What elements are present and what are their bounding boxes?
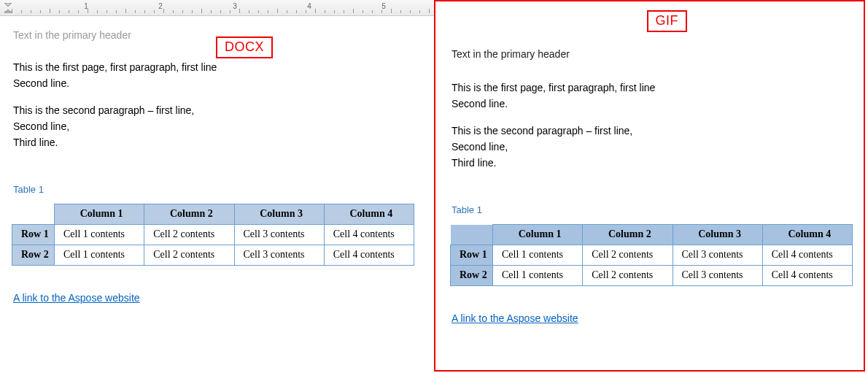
ruler-tick <box>410 10 411 13</box>
cell: Cell 1 contents <box>493 245 583 266</box>
ruler-tick <box>125 9 126 13</box>
cell: Cell 2 contents <box>583 245 673 266</box>
table-corner <box>451 225 493 245</box>
ruler-tick <box>429 9 430 13</box>
ruler-tick <box>296 10 297 13</box>
docx-tag: DOCX <box>216 36 273 58</box>
cell: Cell 2 contents <box>144 245 234 266</box>
data-table: Column 1 Column 2 Column 3 Column 4 Row … <box>450 224 853 286</box>
table-row: Row 1 Cell 1 contents Cell 2 contents Ce… <box>451 245 853 266</box>
col-header: Column 3 <box>673 225 762 245</box>
ruler-tick <box>419 10 420 13</box>
row-header: Row 2 <box>12 245 55 266</box>
col-header: Column 2 <box>583 225 673 245</box>
docx-pane: 1 2 3 4 5 DOCX Text in the primary heade… <box>0 0 434 373</box>
ruler-tick <box>400 10 401 13</box>
cell: Cell 1 contents <box>55 245 144 266</box>
cell: Cell 3 contents <box>234 245 324 266</box>
ruler-tick <box>230 10 230 13</box>
data-table: Column 1 Column 2 Column 3 Column 4 Row … <box>12 204 414 266</box>
ruler-tick <box>21 10 22 13</box>
table-header-row: Column 1 Column 2 Column 3 Column 4 <box>451 225 853 245</box>
aspose-link[interactable]: A link to the Aspose website <box>13 292 140 304</box>
ruler-tick <box>334 10 335 13</box>
ruler-tick <box>239 9 240 13</box>
ruler-tick <box>353 9 354 13</box>
gif-tag: GIF <box>647 10 688 32</box>
ruler-tick <box>249 10 249 13</box>
ruler-tick <box>391 9 392 13</box>
col-header: Column 1 <box>493 225 583 245</box>
cell: Cell 4 contents <box>762 245 852 266</box>
text-line: This is the second paragraph – first lin… <box>13 104 194 116</box>
ruler-tick <box>50 9 50 13</box>
ruler-tick <box>12 9 12 13</box>
gif-pane: GIF Text in the primary header This is t… <box>434 0 865 372</box>
ruler-tick <box>363 10 363 13</box>
col-header: Column 3 <box>234 204 324 225</box>
ruler-tick <box>154 10 155 13</box>
ruler-tick <box>192 10 193 13</box>
cell: Cell 3 contents <box>673 245 762 266</box>
gif-content: Text in the primary header This is the f… <box>435 1 864 331</box>
svg-marker-0 <box>4 3 12 7</box>
table-header-row: Column 1 Column 2 Column 3 Column 4 <box>12 204 414 225</box>
text-line: Second line. <box>452 98 508 109</box>
ruler-tick <box>144 10 145 13</box>
aspose-link[interactable]: A link to the Aspose website <box>452 312 578 324</box>
ruler-tick <box>116 10 117 13</box>
ruler-tick <box>211 10 212 13</box>
ruler-tick <box>287 10 287 13</box>
ruler-num: 2 <box>158 2 163 10</box>
ruler-tick <box>201 9 202 13</box>
ruler-num: 3 <box>233 2 237 10</box>
ruler-tick <box>182 10 183 13</box>
ruler-tick <box>40 10 41 13</box>
paragraph-1: This is the first page, first paragraph,… <box>13 60 421 91</box>
svg-rect-2 <box>4 12 12 13</box>
table-caption: Table 1 <box>13 184 421 195</box>
text-line: Second line. <box>13 77 69 89</box>
ruler-tick <box>59 10 60 13</box>
ruler-tick <box>381 10 382 13</box>
cell: Cell 1 contents <box>493 266 583 286</box>
ruler-tick <box>31 10 31 13</box>
ruler-num: 4 <box>307 2 311 10</box>
text-line: This is the second paragraph – first lin… <box>452 125 632 136</box>
cell: Cell 4 contents <box>324 245 414 266</box>
ruler-tick <box>372 10 373 13</box>
table-row: Row 2 Cell 1 contents Cell 2 contents Ce… <box>12 245 414 266</box>
paragraph-1: This is the first page, first paragraph,… <box>452 80 849 112</box>
text-line: This is the first page, first paragraph,… <box>13 61 217 73</box>
docx-content: Text in the primary header This is the f… <box>0 16 434 309</box>
cell: Cell 2 contents <box>144 225 234 245</box>
ruler-tick <box>69 10 69 13</box>
ruler-tick <box>306 10 306 13</box>
ruler-tick <box>268 10 268 13</box>
table-caption: Table 1 <box>452 204 849 215</box>
ruler-tick <box>344 10 344 13</box>
ruler-num: 5 <box>381 2 386 10</box>
ruler-tick <box>97 10 98 13</box>
ruler-tick <box>220 10 221 13</box>
ruler-tick <box>258 10 259 13</box>
row-header: Row 1 <box>451 245 493 266</box>
text-line: Third line. <box>13 136 58 148</box>
ruler-tick <box>315 9 316 13</box>
paragraph-2: This is the second paragraph – first lin… <box>452 123 849 171</box>
table-corner <box>12 204 55 225</box>
text-line: Second line, <box>13 120 69 132</box>
col-header: Column 4 <box>762 225 852 245</box>
table-row: Row 2 Cell 1 contents Cell 2 contents Ce… <box>451 266 853 286</box>
ruler-tick <box>173 10 174 13</box>
ruler: 1 2 3 4 5 <box>0 0 434 16</box>
table-row: Row 1 Cell 1 contents Cell 2 contents Ce… <box>12 225 414 245</box>
paragraph-2: This is the second paragraph – first lin… <box>13 103 421 150</box>
cell: Cell 4 contents <box>762 266 852 286</box>
cell: Cell 1 contents <box>55 225 144 245</box>
header-text: Text in the primary header <box>452 48 849 60</box>
ruler-tick <box>106 10 107 13</box>
indent-marker-icon <box>4 3 12 13</box>
col-header: Column 1 <box>55 204 144 225</box>
ruler-tick <box>277 9 278 13</box>
